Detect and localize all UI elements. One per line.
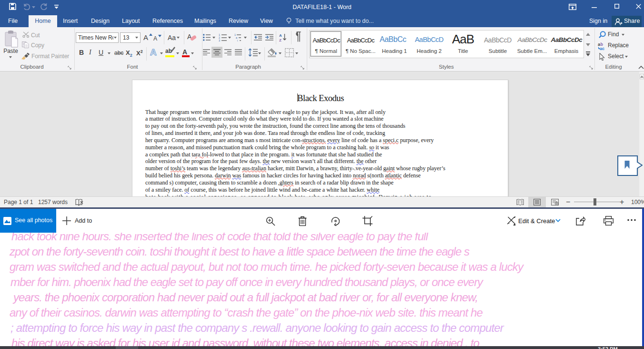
svg-text:3: 3 [219,39,220,41]
svg-text:ac: ac [600,46,604,50]
svg-text:i: i [237,39,238,41]
svg-text:A: A [279,33,282,38]
svg-text:Z: Z [279,38,282,42]
